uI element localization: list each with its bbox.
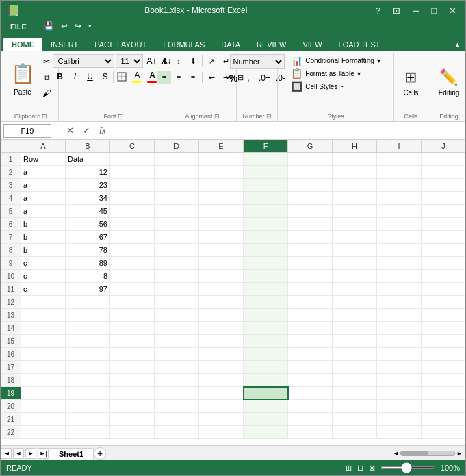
cell[interactable]	[244, 257, 288, 269]
cell[interactable]	[244, 361, 288, 373]
cell[interactable]	[244, 192, 288, 204]
cell[interactable]	[66, 400, 110, 412]
cell[interactable]	[333, 205, 377, 217]
cell[interactable]	[66, 335, 110, 347]
cell[interactable]	[288, 296, 333, 308]
cell[interactable]	[422, 426, 465, 438]
cell[interactable]	[21, 413, 66, 425]
tab-nav-next[interactable]: ►	[25, 448, 36, 459]
cell[interactable]	[66, 309, 110, 321]
cell[interactable]	[244, 205, 288, 217]
cell[interactable]	[155, 335, 199, 347]
cell[interactable]	[377, 322, 422, 334]
cell[interactable]	[110, 426, 155, 438]
cell[interactable]: 45	[66, 205, 110, 217]
cell[interactable]	[110, 283, 155, 295]
cell[interactable]	[155, 270, 199, 282]
cell[interactable]	[155, 192, 199, 204]
cell[interactable]	[333, 374, 377, 386]
cell[interactable]: a	[21, 192, 66, 204]
cell[interactable]	[333, 322, 377, 334]
underline-button[interactable]: U	[83, 70, 96, 84]
cell[interactable]	[199, 283, 244, 295]
redo-qat-btn[interactable]: ↪	[73, 21, 83, 32]
cell[interactable]	[288, 361, 333, 373]
top-align-button[interactable]: ⬆	[157, 54, 171, 68]
col-header-e[interactable]: E	[199, 140, 244, 152]
cell[interactable]	[66, 413, 110, 425]
cell[interactable]	[377, 218, 422, 230]
close-button[interactable]: ✕	[445, 4, 460, 17]
cell[interactable]	[377, 400, 422, 412]
row-number[interactable]: 17	[1, 361, 21, 373]
cell[interactable]	[377, 179, 422, 191]
cell[interactable]	[288, 309, 333, 321]
cell[interactable]	[110, 309, 155, 321]
col-header-a[interactable]: A	[21, 140, 66, 152]
cell[interactable]: b	[21, 231, 66, 243]
cell[interactable]	[333, 270, 377, 282]
cell[interactable]	[155, 231, 199, 243]
row-number[interactable]: 20	[1, 400, 21, 412]
page-layout-view-btn[interactable]: ⊟	[357, 464, 363, 473]
cell[interactable]	[110, 400, 155, 412]
tab-nav-prev[interactable]: ◄	[13, 448, 24, 459]
page-break-view-btn[interactable]: ⊠	[369, 464, 375, 473]
cell[interactable]	[422, 296, 465, 308]
cell[interactable]	[377, 348, 422, 360]
cell[interactable]	[110, 153, 155, 165]
cell[interactable]	[110, 387, 155, 399]
tab-page-layout[interactable]: PAGE LAYOUT	[86, 38, 155, 51]
cell[interactable]	[288, 205, 333, 217]
cell[interactable]: Data	[66, 153, 110, 165]
format-painter-button[interactable]: 🖌	[39, 86, 54, 101]
cell[interactable]: b	[21, 244, 66, 256]
cell[interactable]	[21, 387, 66, 399]
cell[interactable]	[199, 192, 244, 204]
scroll-left-btn[interactable]: ◄	[393, 450, 399, 457]
row-number[interactable]: 8	[1, 244, 21, 256]
cell[interactable]	[66, 348, 110, 360]
cell[interactable]	[422, 309, 465, 321]
normal-view-btn[interactable]: ⊞	[346, 464, 352, 473]
cell[interactable]	[333, 192, 377, 204]
cell[interactable]	[244, 322, 288, 334]
cell[interactable]: c	[21, 257, 66, 269]
cell[interactable]	[377, 296, 422, 308]
cell[interactable]	[155, 426, 199, 438]
cell[interactable]	[21, 322, 66, 334]
font-name-select[interactable]: Calibri	[53, 54, 114, 68]
cell[interactable]: 23	[66, 179, 110, 191]
cell[interactable]	[422, 218, 465, 230]
cell[interactable]	[288, 231, 333, 243]
col-header-j[interactable]: J	[422, 140, 465, 152]
cell[interactable]	[333, 400, 377, 412]
middle-align-button[interactable]: ↕	[172, 54, 185, 68]
cell[interactable]	[244, 387, 288, 399]
cell[interactable]	[422, 348, 465, 360]
cell[interactable]	[333, 361, 377, 373]
strikethrough-button[interactable]: S	[98, 70, 112, 84]
cell[interactable]	[422, 179, 465, 191]
cell[interactable]	[288, 413, 333, 425]
cell[interactable]: Row	[21, 153, 66, 165]
cell[interactable]: 56	[66, 218, 110, 230]
cell[interactable]	[333, 283, 377, 295]
cell[interactable]: c	[21, 270, 66, 282]
cell[interactable]	[377, 244, 422, 256]
cell[interactable]	[333, 231, 377, 243]
cell[interactable]	[199, 400, 244, 412]
cell[interactable]	[155, 166, 199, 178]
increase-decimal-button[interactable]: .0+	[257, 71, 272, 85]
cell[interactable]	[422, 231, 465, 243]
clipboard-expand-icon[interactable]: ⊡	[42, 113, 47, 120]
cell[interactable]	[288, 400, 333, 412]
row-number[interactable]: 11	[1, 283, 21, 295]
increase-font-button[interactable]: A↑	[144, 54, 158, 68]
cell[interactable]	[199, 257, 244, 269]
row-number[interactable]: 7	[1, 231, 21, 243]
cell[interactable]	[155, 374, 199, 386]
cell[interactable]	[199, 361, 244, 373]
row-number[interactable]: 3	[1, 179, 21, 191]
tab-nav-first[interactable]: |◄	[1, 448, 12, 459]
